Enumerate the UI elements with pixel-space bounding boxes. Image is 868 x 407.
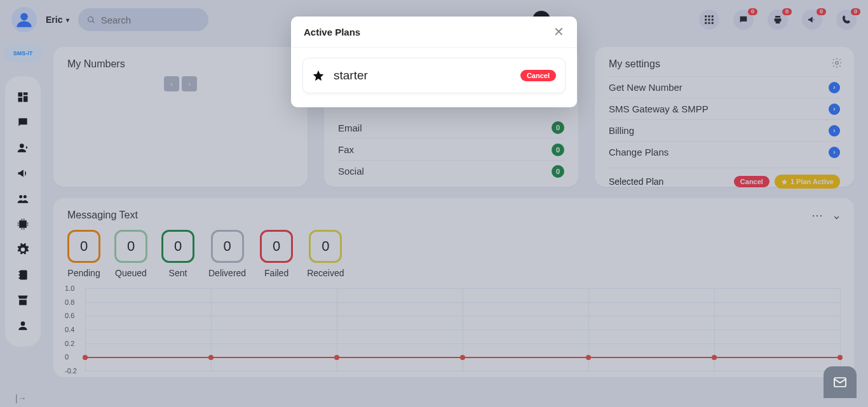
mail-fab[interactable] — [824, 366, 857, 398]
close-icon[interactable]: ✕ — [553, 25, 564, 38]
modal-title: Active Plans — [304, 27, 360, 37]
star-icon — [312, 69, 325, 82]
plan-item: starter Cancel — [302, 58, 566, 93]
active-plans-modal: Active Plans ✕ starter Cancel — [291, 17, 577, 107]
plan-name: starter — [334, 69, 368, 83]
cancel-plan-button[interactable]: Cancel — [520, 70, 556, 81]
